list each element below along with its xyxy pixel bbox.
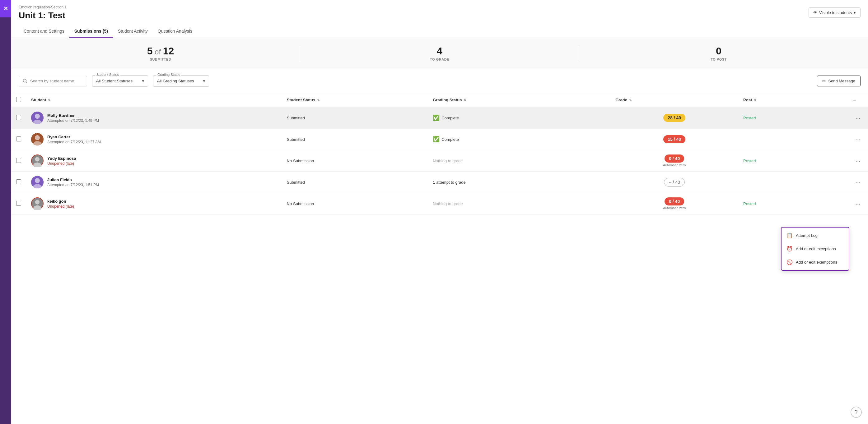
exemptions-label: Add or edit exemptions	[796, 260, 837, 264]
stat-to-grade: 4 TO GRADE	[300, 45, 579, 61]
tab-question-analysis[interactable]: Question Analysis	[153, 26, 197, 38]
stat-to-post: 0 TO POST	[579, 45, 858, 61]
svg-point-9	[35, 157, 39, 161]
avatar	[31, 111, 43, 124]
select-all-checkbox[interactable]	[16, 97, 21, 102]
student-cell: Molly Bawther Attempted on 7/12/23, 1:49…	[26, 107, 282, 129]
tab-bar: Content and Settings Submissions (5) Stu…	[19, 26, 861, 38]
exemptions-icon: 🚫	[786, 259, 793, 265]
student-details: Yudy Espinosa Unopened (late)	[47, 156, 76, 166]
attempt-log-label: Attempt Log	[796, 233, 817, 238]
main-content: Emotion regulation-Section 1 Unit 1: Tes…	[11, 0, 868, 424]
check-circle-icon: ✅	[433, 136, 440, 143]
help-button[interactable]: ?	[850, 406, 862, 418]
to-post-label: TO POST	[579, 58, 858, 61]
post-header[interactable]: Post ⇅	[738, 93, 848, 107]
grading-status-nothing: Nothing to grade	[433, 201, 463, 206]
sidebar: ✕	[0, 0, 11, 424]
student-name: Julian Fields	[47, 177, 99, 182]
student-name: Yudy Espinosa	[47, 156, 76, 161]
student-info: Julian Fields Attempted on 7/12/23, 1:51…	[31, 176, 277, 188]
grading-status-cell: Nothing to grade	[428, 150, 611, 172]
table-row: Julian Fields Attempted on 7/12/23, 1:51…	[11, 172, 868, 193]
table-row: Molly Bawther Attempted on 7/12/23, 1:49…	[11, 107, 868, 129]
grading-status-header[interactable]: Grading Status ⇅	[428, 93, 611, 107]
student-status-sort[interactable]: Student Status ⇅	[287, 98, 320, 102]
student-status-value: No Submission	[287, 159, 314, 163]
student-sort-icon: ⇅	[48, 98, 51, 102]
grade-value: -- / 40	[615, 180, 733, 185]
add-exceptions-item[interactable]: ⏰ Add or edit exceptions	[781, 242, 849, 256]
grade-sort[interactable]: Grade ⇅	[615, 98, 631, 102]
student-status-header[interactable]: Student Status ⇅	[282, 93, 428, 107]
student-attempt: Attempted on 7/12/23, 1:49 PM	[47, 119, 99, 123]
table-body: Molly Bawther Attempted on 7/12/23, 1:49…	[11, 107, 868, 215]
row-checkbox[interactable]	[16, 201, 21, 206]
post-cell: Posted	[738, 107, 848, 129]
grade-badge-red: 0 / 40	[664, 155, 684, 163]
grade-value: 15 / 40	[615, 135, 733, 143]
more-options-header-icon: ···	[853, 98, 856, 102]
row-more-button[interactable]: ···	[853, 177, 863, 187]
grade-value: 0 / 40 Automatic zero	[615, 197, 733, 210]
student-status-filter: Student Status All Student Statuses ▼	[92, 75, 148, 87]
student-status-select[interactable]: All Student Statuses	[92, 75, 148, 87]
post-sort[interactable]: Post ⇅	[743, 98, 756, 102]
post-status-posted: Posted	[743, 116, 756, 120]
filters-row: Student Status All Student Statuses ▼ Gr…	[11, 69, 868, 93]
grade-cell: 28 / 40	[611, 107, 738, 129]
row-actions-dropdown: 📋 Attempt Log ⏰ Add or edit exceptions 🚫…	[781, 227, 849, 271]
student-status-cell: Submitted	[282, 172, 428, 193]
close-button[interactable]: ✕	[0, 0, 11, 18]
header-top: Emotion regulation-Section 1 Unit 1: Tes…	[19, 5, 861, 24]
row-checkbox[interactable]	[16, 180, 21, 184]
header: Emotion regulation-Section 1 Unit 1: Tes…	[11, 0, 868, 38]
send-message-button[interactable]: ✉ Send Message	[817, 75, 861, 87]
grading-status-cell: ✅ Complete	[428, 107, 611, 129]
grade-cell: 15 / 40	[611, 129, 738, 150]
student-status-cell: No Submission	[282, 150, 428, 172]
attempt-log-item[interactable]: 📋 Attempt Log	[781, 229, 849, 242]
search-input[interactable]	[30, 79, 83, 83]
row-checkbox[interactable]	[16, 136, 21, 141]
student-attempt: Unopened (late)	[47, 204, 74, 208]
grade-badge-red: 15 / 40	[663, 135, 685, 143]
grading-status-label: Complete	[441, 116, 459, 120]
tab-content-settings[interactable]: Content and Settings	[19, 26, 69, 38]
student-header[interactable]: Student ⇅	[26, 93, 282, 107]
page-content: 5 of 12 SUBMITTED 4 TO GRADE 0 TO POST	[11, 38, 868, 424]
row-actions-cell: ···	[848, 129, 868, 150]
row-checkbox[interactable]	[16, 115, 21, 120]
student-sort[interactable]: Student ⇅	[31, 98, 51, 102]
grading-status-sort[interactable]: Grading Status ⇅	[433, 98, 466, 102]
student-status-label: Student Status	[95, 73, 120, 76]
visible-to-students-button[interactable]: 👁 Visible to students ▾	[809, 7, 861, 18]
row-checkbox-cell	[11, 129, 26, 150]
grading-status-cell: 1 attempt to grade	[428, 172, 611, 193]
row-more-button[interactable]: ···	[853, 113, 863, 123]
student-status-value: Submitted	[287, 180, 305, 185]
submissions-table: Student ⇅ Student Status ⇅	[11, 93, 868, 215]
table-header-row: Student ⇅ Student Status ⇅	[11, 93, 868, 107]
grading-status-cell: Nothing to grade	[428, 193, 611, 215]
visible-label: Visible to students	[819, 10, 852, 15]
grade-header[interactable]: Grade ⇅	[611, 93, 738, 107]
row-more-button[interactable]: ···	[853, 199, 863, 208]
add-exemptions-item[interactable]: 🚫 Add or edit exemptions	[781, 256, 849, 269]
svg-point-3	[35, 114, 40, 119]
search-box[interactable]	[19, 76, 87, 87]
grading-status-select[interactable]: All Grading Statuses	[153, 75, 209, 87]
grade-sort-icon: ⇅	[629, 98, 631, 102]
row-more-button[interactable]: ···	[853, 135, 863, 144]
table-row: Yudy Espinosa Unopened (late) No Submiss…	[11, 150, 868, 172]
row-checkbox[interactable]	[16, 158, 21, 163]
student-attempt: Attempted on 7/12/23, 11:27 AM	[47, 140, 101, 144]
tab-student-activity[interactable]: Student Activity	[113, 26, 153, 38]
grade-value: 0 / 40 Automatic zero	[615, 155, 733, 167]
student-name: Ryan Carter	[47, 135, 101, 139]
row-more-button[interactable]: ···	[853, 156, 863, 166]
tab-submissions[interactable]: Submissions (5)	[69, 26, 113, 38]
post-cell: Posted	[738, 150, 848, 172]
exceptions-icon: ⏰	[786, 246, 793, 252]
post-cell	[738, 129, 848, 150]
